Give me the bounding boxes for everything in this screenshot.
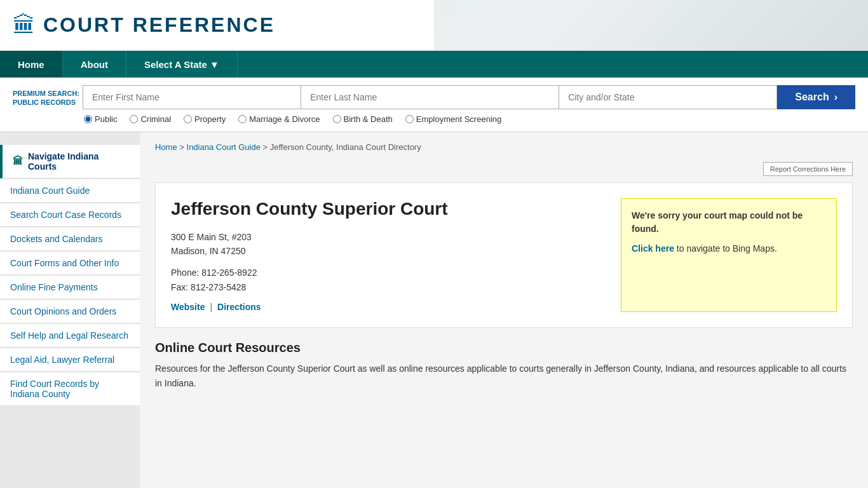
- sidebar-item-court-forms[interactable]: Court Forms and Other Info: [0, 252, 140, 275]
- sidebar-item-label: Online Fine Payments: [10, 282, 98, 292]
- search-label: Search: [795, 92, 829, 103]
- radio-criminal[interactable]: Criminal: [130, 114, 171, 124]
- search-radio-group: Public Criminal Property Marriage & Divo…: [83, 114, 855, 124]
- court-address: 300 E Main St, #203 Madison, IN 47250: [171, 230, 606, 259]
- search-bar: PREMIUM SEARCH: PUBLIC RECORDS Search › …: [0, 78, 868, 132]
- sidebar-item-label: Navigate Indiana Courts: [28, 151, 130, 172]
- main-nav: Home About Select A State ▼: [0, 51, 868, 78]
- radio-property[interactable]: Property: [184, 114, 226, 124]
- sidebar-item-label: Search Court Case Records: [10, 210, 121, 220]
- sidebar-item-label: Court Opinions and Orders: [10, 306, 116, 316]
- fax-number: Fax: 812-273-5428: [171, 282, 246, 292]
- court-info: Jefferson County Superior Court 300 E Ma…: [171, 198, 606, 312]
- search-inputs-row: Search ›: [83, 85, 855, 109]
- breadcrumb-indiana-court-guide[interactable]: Indiana Court Guide: [187, 142, 261, 152]
- address-line2: Madison, IN 47250: [171, 246, 246, 256]
- map-error-title: We're sorry your court map could not be …: [632, 209, 826, 236]
- court-building-icon: 🏛: [13, 12, 36, 39]
- search-button[interactable]: Search ›: [777, 85, 855, 109]
- radio-employment-screening[interactable]: Employment Screening: [405, 114, 501, 124]
- city-state-input[interactable]: [559, 85, 777, 109]
- resources-description: Resources for the Jefferson County Super…: [155, 362, 853, 390]
- sidebar-item-legal-aid[interactable]: Legal Aid, Lawyer Referral: [0, 348, 140, 372]
- links-divider: |: [210, 302, 212, 312]
- report-bar: Report Corrections Here: [155, 162, 853, 176]
- sidebar-item-label: Indiana Court Guide: [10, 186, 90, 196]
- court-links: Website | Directions: [171, 302, 606, 312]
- header-background: [434, 0, 868, 50]
- bing-maps-link[interactable]: Click here: [632, 243, 674, 254]
- nav-select-state[interactable]: Select A State ▼: [126, 51, 238, 78]
- last-name-input[interactable]: [301, 85, 559, 109]
- radio-marriage-divorce[interactable]: Marriage & Divorce: [238, 114, 320, 124]
- first-name-input[interactable]: [83, 85, 301, 109]
- sidebar-item-find-court-records[interactable]: Find Court Records by Indiana County: [0, 372, 140, 406]
- court-phone: Phone: 812-265-8922 Fax: 812-273-5428: [171, 266, 606, 294]
- breadcrumb: Home > Indiana Court Guide > Jefferson C…: [155, 142, 853, 152]
- sidebar-item-dockets-calendars[interactable]: Dockets and Calendars: [0, 227, 140, 251]
- search-inputs-area: Search › Public Criminal Property Marria…: [83, 85, 855, 124]
- sidebar-item-navigate-indiana-courts[interactable]: 🏛 Navigate Indiana Courts: [0, 145, 140, 179]
- premium-label: PREMIUM SEARCH: PUBLIC RECORDS: [13, 85, 83, 107]
- sidebar-item-label: Legal Aid, Lawyer Referral: [10, 355, 114, 365]
- resources-section: Online Court Resources Resources for the…: [155, 341, 853, 403]
- breadcrumb-current: Jefferson County, Indiana Court Director…: [270, 142, 421, 152]
- sidebar-item-label: Court Forms and Other Info: [10, 258, 119, 268]
- sidebar-item-label: Dockets and Calendars: [10, 234, 103, 244]
- sidebar-item-self-help[interactable]: Self Help and Legal Research: [0, 324, 140, 348]
- radio-public[interactable]: Public: [84, 114, 117, 124]
- report-corrections-button[interactable]: Report Corrections Here: [763, 162, 853, 176]
- search-arrow-icon: ›: [834, 92, 837, 103]
- court-directions-link[interactable]: Directions: [217, 302, 261, 312]
- map-error-body: Click here to navigate to Bing Maps.: [632, 242, 826, 255]
- main-content: Home > Indiana Court Guide > Jefferson C…: [140, 132, 868, 488]
- logo-area: 🏛 COURT REFERENCE: [13, 12, 275, 39]
- sidebar-item-online-fine-payments[interactable]: Online Fine Payments: [0, 276, 140, 299]
- site-title: COURT REFERENCE: [43, 13, 275, 37]
- map-error-box: We're sorry your court map could not be …: [621, 198, 837, 312]
- sidebar-item-label: Self Help and Legal Research: [10, 330, 128, 341]
- court-title: Jefferson County Superior Court: [171, 198, 606, 220]
- phone-number: Phone: 812-265-8922: [171, 268, 257, 278]
- nav-home[interactable]: Home: [0, 51, 63, 78]
- radio-birth-death[interactable]: Birth & Death: [333, 114, 393, 124]
- resources-title: Online Court Resources: [155, 341, 853, 355]
- map-error-suffix: to navigate to Bing Maps.: [674, 243, 777, 254]
- courthouse-icon: 🏛: [13, 156, 23, 167]
- sidebar: 🏛 Navigate Indiana Courts Indiana Court …: [0, 132, 140, 488]
- court-website-link[interactable]: Website: [171, 302, 205, 312]
- breadcrumb-separator: >: [179, 142, 186, 152]
- address-line1: 300 E Main St, #203: [171, 232, 252, 242]
- sidebar-item-court-opinions[interactable]: Court Opinions and Orders: [0, 300, 140, 323]
- court-card: Jefferson County Superior Court 300 E Ma…: [155, 182, 853, 328]
- nav-about[interactable]: About: [63, 51, 126, 78]
- sidebar-item-indiana-court-guide[interactable]: Indiana Court Guide: [0, 179, 140, 203]
- breadcrumb-home[interactable]: Home: [155, 142, 177, 152]
- header: 🏛 COURT REFERENCE: [0, 0, 868, 51]
- breadcrumb-separator: >: [263, 142, 270, 152]
- main-layout: 🏛 Navigate Indiana Courts Indiana Court …: [0, 132, 868, 488]
- sidebar-item-label: Find Court Records by Indiana County: [10, 379, 130, 399]
- sidebar-item-search-court-case-records[interactable]: Search Court Case Records: [0, 203, 140, 227]
